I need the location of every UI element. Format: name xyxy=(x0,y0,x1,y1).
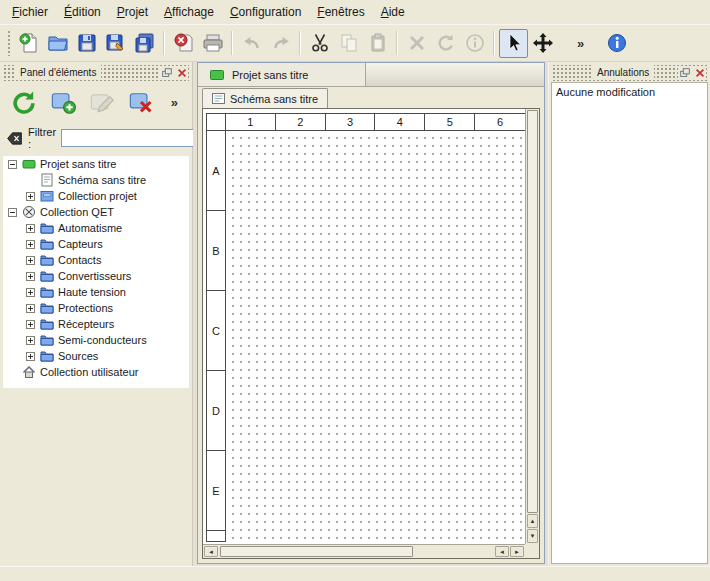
about-info-button[interactable] xyxy=(602,29,631,58)
menu-edition[interactable]: Édition xyxy=(56,1,109,23)
undo-history-list[interactable]: Aucune modification xyxy=(551,82,708,564)
tree-item-semi-conducteurs[interactable]: Semi-conducteurs xyxy=(3,332,189,348)
paste-button[interactable] xyxy=(363,29,392,58)
column-label: 1 xyxy=(226,114,276,130)
rotate-button[interactable] xyxy=(431,29,460,58)
expand-expander-icon[interactable] xyxy=(26,256,35,265)
edit-element-icon xyxy=(89,89,115,115)
horizontal-scrollbar-thumb[interactable] xyxy=(220,546,413,557)
tree-item-schema-sans-titre[interactable]: Schéma sans titre xyxy=(3,172,189,188)
tree-item-projet-sans-titre[interactable]: Projet sans titre xyxy=(3,156,189,172)
tree-item-collection-projet[interactable]: Collection projet xyxy=(3,188,189,204)
mdi-tab-label: Projet sans titre xyxy=(232,69,308,81)
tree-item-collection-utilisateur[interactable]: Collection utilisateur xyxy=(3,364,189,380)
edit-element-button[interactable] xyxy=(86,87,118,117)
tab-projet-sans-titre[interactable]: Projet sans titre xyxy=(198,63,366,86)
vertical-scrollbar-thumb[interactable] xyxy=(527,110,538,513)
float-icon xyxy=(161,67,173,79)
qet-collection-icon xyxy=(22,205,36,219)
reload-collections-button[interactable] xyxy=(8,87,40,117)
diagram-canvas-viewport[interactable]: 1 2 3 4 5 6 A B C D E xyxy=(203,109,525,544)
toolbar-handle[interactable] xyxy=(7,30,11,56)
home-icon xyxy=(22,365,36,379)
undo-dock-titlebar[interactable]: Annulations xyxy=(552,65,707,81)
close-dock-button[interactable] xyxy=(175,66,188,79)
tree-item-automatisme[interactable]: Automatisme xyxy=(3,220,189,236)
tree-item-collection-qet[interactable]: Collection QET xyxy=(3,204,189,220)
new-element-button[interactable] xyxy=(47,87,79,117)
open-button[interactable] xyxy=(43,29,72,58)
mdi-area: Projet sans titre Schéma sans titre 1 2 xyxy=(193,62,548,566)
tree-item-protections[interactable]: Protections xyxy=(3,300,189,316)
tree-item-haute-tension[interactable]: Haute tension xyxy=(3,284,189,300)
expand-expander-icon[interactable] xyxy=(26,320,35,329)
move-cross-icon xyxy=(532,32,554,54)
tab-schema-sans-titre[interactable]: Schéma sans titre xyxy=(202,88,328,108)
schema-icon xyxy=(212,93,225,104)
collapse-expander-icon[interactable] xyxy=(8,160,17,169)
close-document-button[interactable] xyxy=(169,29,198,58)
row-label: C xyxy=(207,291,225,371)
scroll-down-button[interactable]: ▼ xyxy=(527,529,538,543)
delete-element-icon xyxy=(128,89,154,115)
scroll-left-button-2[interactable]: ◄ xyxy=(495,546,509,557)
status-bar xyxy=(0,566,710,581)
menu-fenetres[interactable]: Fenêtres xyxy=(309,1,372,23)
scroll-up-button[interactable]: ▲ xyxy=(527,514,538,528)
toolbar-separator xyxy=(231,31,233,55)
menu-fichier[interactable]: Fichier xyxy=(4,1,56,23)
copy-button[interactable] xyxy=(334,29,363,58)
menu-affichage[interactable]: Affichage xyxy=(156,1,222,23)
expand-expander-icon[interactable] xyxy=(26,288,35,297)
info-button[interactable] xyxy=(460,29,489,58)
close-dock-button[interactable] xyxy=(693,66,706,79)
move-tool-button[interactable] xyxy=(528,29,557,58)
cut-button[interactable] xyxy=(305,29,334,58)
scroll-left-button[interactable]: ◄ xyxy=(204,546,218,557)
save-button[interactable] xyxy=(72,29,101,58)
menubar: Fichier Édition Projet Affichage Configu… xyxy=(0,0,710,24)
tree-item-capteurs[interactable]: Capteurs xyxy=(3,236,189,252)
elements-toolbar-overflow-button[interactable]: » xyxy=(165,93,184,112)
horizontal-scrollbar[interactable]: ◄ ◄ ► xyxy=(203,544,525,558)
expand-expander-icon[interactable] xyxy=(26,352,35,361)
tree-item-recepteurs[interactable]: Récepteurs xyxy=(3,316,189,332)
diagram-view: 1 2 3 4 5 6 A B C D E xyxy=(202,108,540,559)
tree-item-convertisseurs[interactable]: Convertisseurs xyxy=(3,268,189,284)
collapse-expander-icon[interactable] xyxy=(8,208,17,217)
tree-item-contacts[interactable]: Contacts xyxy=(3,252,189,268)
expand-expander-icon[interactable] xyxy=(26,192,35,201)
expand-expander-icon[interactable] xyxy=(26,240,35,249)
expand-expander-icon[interactable] xyxy=(26,272,35,281)
float-dock-button[interactable] xyxy=(160,66,173,79)
clear-filter-button[interactable] xyxy=(6,131,23,146)
select-tool-button[interactable] xyxy=(499,29,528,58)
save-as-button[interactable] xyxy=(101,29,130,58)
reload-icon xyxy=(11,89,37,115)
menu-configuration[interactable]: Configuration xyxy=(222,1,309,23)
tree-item-label: Capteurs xyxy=(58,238,103,250)
delete-element-button[interactable] xyxy=(125,87,157,117)
filter-input[interactable] xyxy=(61,129,209,147)
delete-button[interactable] xyxy=(402,29,431,58)
new-document-button[interactable] xyxy=(14,29,43,58)
expand-expander-icon[interactable] xyxy=(26,224,35,233)
menu-aide[interactable]: Aide xyxy=(373,1,413,23)
float-dock-button[interactable] xyxy=(678,66,691,79)
save-icon xyxy=(76,32,98,54)
expand-expander-icon[interactable] xyxy=(26,336,35,345)
elements-dock: Panel d'éléments xyxy=(0,62,193,566)
undo-button[interactable] xyxy=(237,29,266,58)
elements-tree: Projet sans titre Schéma sans titre Coll… xyxy=(3,156,189,388)
menu-projet[interactable]: Projet xyxy=(109,1,156,23)
tree-item-sources[interactable]: Sources xyxy=(3,348,189,364)
save-all-button[interactable] xyxy=(130,29,159,58)
expand-expander-icon[interactable] xyxy=(26,304,35,313)
elements-dock-titlebar[interactable]: Panel d'éléments xyxy=(3,65,189,81)
vertical-scrollbar[interactable]: ▲ ▼ xyxy=(525,109,539,544)
print-button[interactable] xyxy=(198,29,227,58)
toolbar-overflow-button[interactable]: » xyxy=(571,34,590,53)
scroll-right-button[interactable]: ► xyxy=(510,546,524,557)
dotted-grid-canvas[interactable] xyxy=(226,131,525,542)
redo-button[interactable] xyxy=(266,29,295,58)
